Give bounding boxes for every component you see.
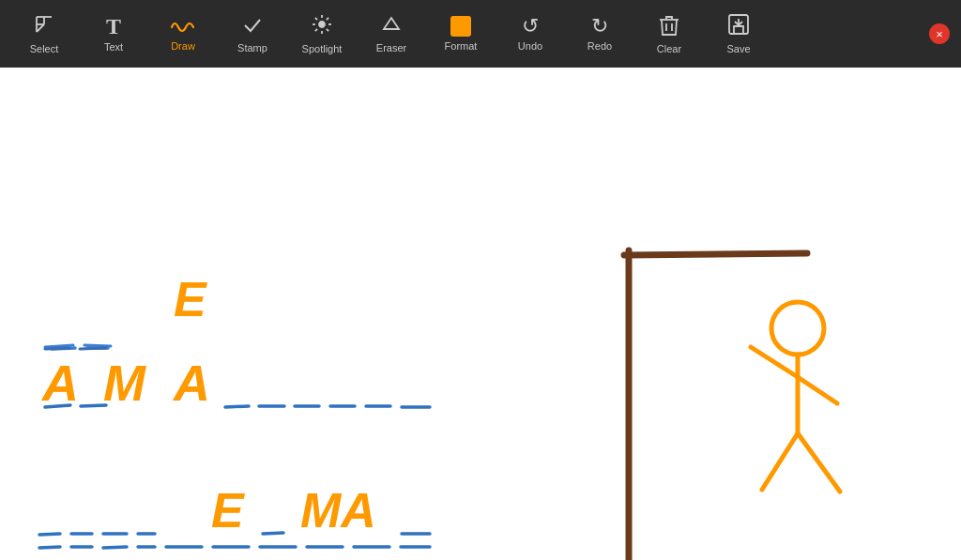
save-icon	[728, 13, 749, 39]
svg-text:E: E	[211, 483, 245, 537]
svg-line-29	[225, 406, 249, 407]
svg-text:A: A	[172, 355, 210, 411]
clear-label: Clear	[657, 43, 681, 54]
tool-format[interactable]: Format	[428, 4, 494, 64]
format-icon	[450, 16, 471, 37]
draw-label: Draw	[171, 40, 195, 52]
redo-icon: ↻	[591, 16, 608, 37]
format-label: Format	[445, 40, 478, 52]
tool-draw[interactable]: Draw	[150, 4, 216, 64]
svg-point-53	[771, 302, 824, 355]
tool-undo[interactable]: ↺ Undo	[497, 4, 563, 64]
svg-line-40	[263, 533, 283, 534]
drawing-canvas[interactable]: E A M A E MA	[0, 68, 961, 560]
svg-line-18	[84, 345, 111, 346]
text-icon: T	[106, 15, 121, 38]
close-button[interactable]: ×	[929, 23, 950, 44]
svg-line-45	[103, 547, 127, 548]
svg-text:M: M	[103, 355, 146, 411]
svg-line-58	[798, 433, 840, 492]
spotlight-icon	[311, 13, 333, 39]
svg-line-10	[327, 29, 328, 31]
svg-line-22	[45, 348, 69, 349]
tool-spotlight[interactable]: Spotlight	[289, 4, 355, 64]
tool-eraser[interactable]: Eraser	[358, 4, 424, 64]
svg-point-4	[319, 22, 325, 27]
save-label: Save	[726, 43, 750, 54]
draw-icon	[170, 16, 196, 37]
svg-text:MA: MA	[300, 483, 376, 537]
svg-line-11	[327, 18, 328, 20]
spotlight-label: Spotlight	[302, 43, 343, 54]
eraser-icon	[380, 14, 403, 38]
eraser-label: Eraser	[376, 42, 406, 53]
stamp-label: Stamp	[237, 42, 267, 53]
stamp-icon	[242, 14, 263, 38]
close-icon: ×	[936, 27, 943, 41]
tool-redo[interactable]: ↻ Redo	[567, 4, 633, 64]
canvas-area[interactable]: E A M A E MA	[0, 68, 961, 560]
svg-line-43	[39, 547, 60, 548]
undo-label: Undo	[518, 40, 542, 52]
svg-text:A: A	[40, 355, 79, 411]
tool-stamp[interactable]: Stamp	[220, 4, 285, 64]
tool-clear[interactable]: Clear	[636, 4, 702, 64]
svg-line-35	[39, 534, 60, 535]
redo-label: Redo	[587, 40, 612, 52]
svg-line-9	[315, 18, 317, 20]
svg-line-56	[798, 377, 837, 403]
undo-icon: ↺	[522, 16, 539, 37]
tool-save[interactable]: Save	[706, 4, 771, 64]
toolbar: Select T Text Draw Stamp	[0, 0, 961, 68]
svg-line-57	[762, 433, 798, 490]
svg-line-23	[80, 348, 106, 349]
svg-line-25	[81, 405, 106, 406]
clear-icon	[659, 14, 679, 39]
select-label: Select	[30, 43, 59, 54]
svg-text:E: E	[174, 272, 207, 326]
select-icon	[33, 13, 55, 39]
text-label: Text	[104, 41, 123, 53]
tool-text[interactable]: T Text	[81, 4, 146, 64]
tool-select[interactable]: Select	[11, 4, 77, 64]
svg-line-12	[315, 29, 317, 31]
